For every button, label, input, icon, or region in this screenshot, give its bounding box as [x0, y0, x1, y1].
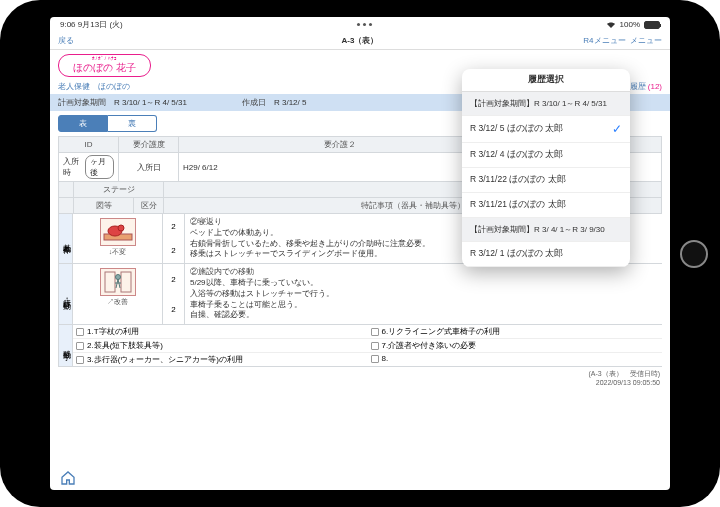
- tab-front[interactable]: 表: [58, 115, 108, 132]
- kbn1-1: 2: [171, 222, 175, 231]
- chk-2-label: 2.装具(短下肢装具等): [87, 340, 163, 351]
- history-popover: 履歴選択 【計画対象期間】R 3/10/ 1～R 4/ 5/31R 3/12/ …: [462, 69, 630, 267]
- chk-1-label: 1.T字杖の利用: [87, 326, 139, 337]
- back-button[interactable]: 戻る: [58, 35, 74, 46]
- tab-back[interactable]: 裏: [108, 115, 157, 132]
- history-link[interactable]: 履歴 (12): [630, 81, 662, 92]
- arrow-1: ↓不変: [75, 248, 160, 256]
- kbn2-1: 2: [171, 275, 175, 284]
- nyusho-label: 入所時: [63, 156, 83, 178]
- r2-l2: 入浴等の移動はストレッチャーで行う。: [190, 289, 657, 300]
- chk-8[interactable]: [371, 355, 379, 363]
- status-bar: 9:06 9月13日 (火) 100%: [50, 17, 670, 32]
- arrow-2: ↗改善: [75, 298, 160, 306]
- v-nyushobi: H29/ 6/12: [179, 153, 502, 181]
- r2-title: ②施設内での移動: [190, 267, 657, 278]
- chk-3[interactable]: [76, 356, 84, 364]
- battery-percent: 100%: [620, 20, 640, 29]
- page-title: A-3（表）: [342, 35, 379, 46]
- status-time: 9:06: [60, 20, 76, 29]
- home-button[interactable]: [680, 240, 708, 268]
- h-kbn: 区分: [134, 198, 164, 213]
- link-honobono[interactable]: ほのぼの: [98, 81, 130, 92]
- h-stage: ステージ: [74, 182, 164, 197]
- popover-range: 【計画対象期間】R 3/ 4/ 1～R 3/ 9/30: [462, 218, 630, 242]
- patient-ruby: ﾎﾉﾎﾞﾉ ﾊﾅｺ: [73, 56, 136, 61]
- h-nyushobi: 入所日: [119, 153, 179, 181]
- created-label: 作成日: [242, 97, 266, 108]
- footer: (A-3（表） 受信日時) 2022/09/13 09:05:50: [50, 367, 670, 388]
- v-care: 要介護２: [179, 137, 502, 152]
- popover-title: 履歴選択: [462, 69, 630, 92]
- patient-name: ほのぼの 花子: [73, 62, 136, 73]
- side-walk: 歩行・移動: [58, 264, 73, 324]
- r2-l4: 自操、確認必要。: [190, 310, 657, 321]
- r2-l3: 車椅子乗ることは可能と思う。: [190, 300, 657, 311]
- footer-l2: 2022/09/13 09:05:50: [60, 379, 660, 386]
- illust-walk: [100, 268, 136, 296]
- screen: 9:06 9月13日 (火) 100% 戻る A-3（表） R4メニュー メニュ…: [50, 17, 670, 490]
- popover-item[interactable]: R 3/11/21 ほのぼの 太郎: [462, 193, 630, 218]
- plan-period-label: 計画対象期間: [58, 97, 106, 108]
- popover-range: 【計画対象期間】R 3/10/ 1～R 4/ 5/31: [462, 92, 630, 116]
- link-rojin[interactable]: 老人保健: [58, 81, 90, 92]
- footer-l1: (A-3（表） 受信日時): [60, 369, 660, 379]
- chk-2[interactable]: [76, 342, 84, 350]
- tablet-frame: 9:06 9月13日 (火) 100% 戻る A-3（表） R4メニュー メニュ…: [0, 0, 720, 507]
- chk-7-label: 7.介護者や付き添いの必要: [382, 340, 477, 351]
- patient-name-chip[interactable]: ﾎﾉﾎﾞﾉ ﾊﾅｺ ほのぼの 花子: [58, 54, 151, 77]
- chk-3-label: 3.歩行器(ウォーカー、シニアカー等)の利用: [87, 354, 243, 365]
- r2-l1: 5/29以降、車椅子に乗っていない。: [190, 278, 657, 289]
- wifi-icon: [606, 21, 616, 29]
- battery-icon: [644, 21, 660, 29]
- home-icon[interactable]: [60, 470, 76, 486]
- checkbox-grid: 移動手 1.T字杖の利用 2.装具(短下肢装具等) 3.歩行器(ウォーカー、シニ…: [58, 324, 662, 367]
- h-id: ID: [59, 137, 119, 152]
- popover-item[interactable]: R 3/11/22 ほのぼの 太郎: [462, 168, 630, 193]
- created-value: R 3/12/ 5: [274, 98, 306, 107]
- r4-menu[interactable]: R4メニュー: [583, 36, 625, 45]
- side-basic: 基本動作: [58, 214, 73, 263]
- chk-1[interactable]: [76, 328, 84, 336]
- side-idou: 移動手: [58, 325, 73, 366]
- chk-8-label: 8.: [382, 354, 389, 363]
- check-icon: ✓: [612, 122, 622, 136]
- chk-6-label: 6.リクライニング式車椅子の利用: [382, 326, 501, 337]
- svg-point-5: [115, 275, 120, 280]
- tsukigo-chip[interactable]: ヶ月後: [85, 155, 115, 179]
- svg-point-2: [118, 225, 124, 231]
- illust-bed: [100, 218, 136, 246]
- popover-item[interactable]: R 3/12/ 4 ほのぼの 太郎: [462, 143, 630, 168]
- status-date: 9月13日 (火): [78, 20, 123, 29]
- popover-item[interactable]: R 3/12/ 5 ほのぼの 太郎✓: [462, 116, 630, 143]
- chk-6[interactable]: [371, 328, 379, 336]
- kbn2-2: 2: [171, 305, 175, 314]
- svg-rect-3: [105, 272, 115, 292]
- section-walk: 歩行・移動 ↗改善 2 2 ②施設内での移動 5/29以降、車椅子に乗っていない…: [58, 263, 662, 324]
- menu[interactable]: メニュー: [630, 36, 662, 45]
- nav-bar: 戻る A-3（表） R4メニュー メニュー: [50, 32, 670, 50]
- popover-item[interactable]: R 3/12/ 1 ほのぼの 太郎: [462, 242, 630, 267]
- plan-period-value: R 3/10/ 1～R 4/ 5/31: [114, 97, 234, 108]
- kbn1-2: 2: [171, 246, 175, 255]
- h-zutou: 図等: [74, 198, 134, 213]
- svg-rect-4: [121, 272, 131, 292]
- h-care: 要介護度: [119, 137, 179, 152]
- chk-7[interactable]: [371, 342, 379, 350]
